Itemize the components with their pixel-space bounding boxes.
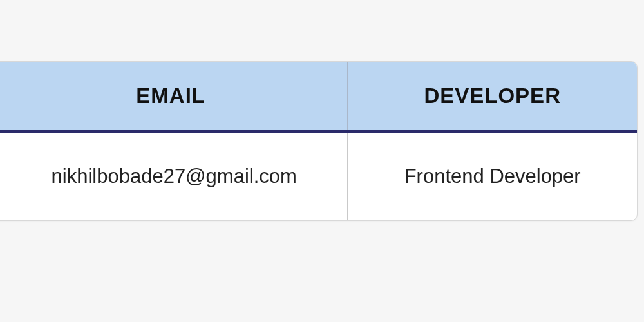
table-row: nikhilbobade27@gmail.com Frontend Develo… bbox=[0, 131, 637, 220]
data-table: EMAIL DEVELOPER nikhilbobade27@gmail.com… bbox=[0, 62, 637, 220]
data-table-container: EMAIL DEVELOPER nikhilbobade27@gmail.com… bbox=[0, 61, 638, 221]
table-header-row: EMAIL DEVELOPER bbox=[0, 62, 637, 131]
header-developer: DEVELOPER bbox=[348, 62, 637, 131]
cell-developer: Frontend Developer bbox=[348, 131, 637, 220]
cell-email: nikhilbobade27@gmail.com bbox=[0, 131, 348, 220]
header-email: EMAIL bbox=[0, 62, 348, 131]
